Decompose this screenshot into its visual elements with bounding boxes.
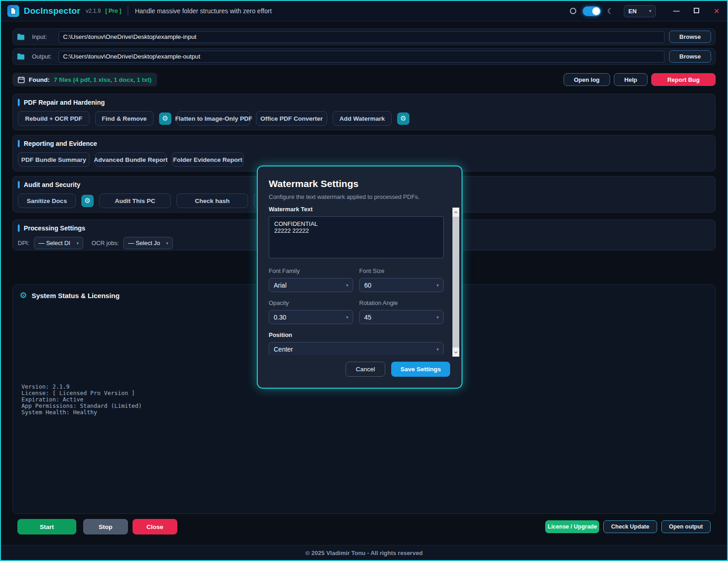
scroll-down-icon[interactable] (452, 347, 459, 357)
font-size-select[interactable]: 60 ▾ (359, 278, 444, 292)
license-status-text: Version: 2.1.9 License: [ Licensed Pro V… (21, 384, 142, 416)
input-label: Input: (32, 33, 54, 40)
footer: © 2025 Vladimir Tonu - All rights reserv… (1, 545, 727, 560)
chevron-down-icon: ▾ (436, 347, 439, 352)
browse-input-button[interactable]: Browse (669, 31, 711, 43)
stop-button[interactable]: Stop (83, 519, 128, 534)
chevron-down-icon: ▾ (77, 241, 79, 246)
ocr-jobs-select[interactable]: — Select Jo ▾ (123, 237, 173, 249)
quick-actions: Open log Help Report Bug (563, 73, 716, 86)
position-select[interactable]: Center ▾ (269, 342, 444, 355)
scrollbar-thumb[interactable] (452, 217, 459, 347)
position-label: Position (269, 331, 448, 338)
office-pdf-converter-button[interactable]: Office PDF Converter (256, 111, 327, 126)
font-size-value: 60 (364, 282, 372, 289)
folder-icon (17, 53, 25, 60)
ocr-jobs-value: — Select Jo (128, 240, 160, 246)
report-bug-button[interactable]: Report Bug (651, 73, 716, 86)
rotation-angle-label: Rotation Angle (359, 299, 444, 306)
chevron-down-icon: ▾ (436, 315, 439, 320)
sanitize-settings-button[interactable]: ⚙ (81, 195, 94, 207)
font-size-label: Font Size (359, 267, 444, 274)
check-hash-button[interactable]: Check hash (176, 193, 248, 208)
add-watermark-button[interactable]: Add Watermark (333, 111, 392, 126)
dpi-value: — Select DI (38, 240, 70, 246)
watermark-settings-button[interactable]: ⚙ (397, 112, 409, 125)
font-family-select[interactable]: Arial ▾ (269, 278, 353, 292)
dpi-select[interactable]: — Select DI ▾ (34, 237, 83, 249)
bottom-actions-right: License / Upgrade Check Update Open outp… (545, 520, 711, 533)
clipboard-icon (18, 76, 25, 83)
opacity-rotation-row: Opacity 0.30 ▾ Rotation Angle 45 ▾ (269, 299, 448, 324)
input-path-field[interactable]: C:\Users\tonuv\OneDrive\Desktop\example-… (58, 31, 664, 43)
found-value: 7 files (4 pdf, 1 xlsx, 1 docx, 1 txt) (54, 76, 152, 83)
license-upgrade-button[interactable]: License / Upgrade (545, 520, 599, 533)
bottom-actions: Start Stop Close License / Upgrade Check… (17, 519, 711, 534)
help-button[interactable]: Help (614, 73, 648, 86)
position-group: Position Center ▾ (269, 331, 448, 355)
gear-icon: ⚙ (85, 197, 90, 205)
chevron-down-icon: ▾ (166, 241, 169, 246)
section-header: PDF Repair and Hardening (18, 99, 710, 106)
rotation-group: Rotation Angle 45 ▾ (359, 299, 444, 324)
folder-evidence-report-button[interactable]: Folder Evidence Report (172, 152, 244, 167)
moon-icon: ☾ (607, 7, 614, 16)
output-path-value: C:\Users\tonuv\OneDrive\Desktop\example-… (63, 53, 200, 60)
find-remove-button[interactable]: Find & Remove (95, 111, 154, 126)
close-window-button[interactable]: ✕ (712, 7, 721, 16)
watermark-text-input[interactable]: CONFIDENTIAL 22222 22222 (269, 216, 444, 258)
output-label: Output: (32, 53, 54, 60)
opacity-select[interactable]: 0.30 ▾ (269, 310, 353, 324)
language-select[interactable]: EN ▾ (624, 5, 656, 17)
section-title: Reporting and Evidence (24, 140, 97, 147)
app-logo-icon (7, 5, 19, 17)
pdf-bundle-summary-button[interactable]: PDF Bundle Summary (18, 152, 90, 167)
rebuild-ocr-pdf-button[interactable]: Rebuild + OCR PDF (18, 111, 90, 126)
dpi-label: DPI: (18, 240, 29, 246)
close-button[interactable]: Close (133, 519, 177, 534)
titlebar-controls: ☾ EN ▾ — ✕ (570, 5, 721, 17)
language-value: EN (628, 8, 637, 15)
section-title: Audit and Security (24, 181, 80, 188)
title-bar: DocInspector v2.1.9 [ Pro ] Handle massi… (1, 1, 727, 21)
browse-output-button[interactable]: Browse (669, 50, 711, 63)
rotation-angle-select[interactable]: 45 ▾ (359, 310, 444, 324)
advanced-bundle-report-button[interactable]: Advanced Bundle Report (95, 152, 166, 167)
app-title: DocInspector (24, 6, 80, 16)
open-log-button[interactable]: Open log (563, 73, 610, 86)
found-row: Found: 7 files (4 pdf, 1 xlsx, 1 docx, 1… (12, 73, 716, 86)
window-controls: — ✕ (672, 7, 721, 16)
check-update-button[interactable]: Check Update (603, 520, 657, 533)
open-output-button[interactable]: Open output (661, 520, 711, 533)
titlebar-divider (128, 6, 128, 16)
output-path-row: Output: C:\Users\tonuv\OneDrive\Desktop\… (12, 48, 716, 65)
opacity-label: Opacity (269, 299, 353, 306)
start-button[interactable]: Start (17, 519, 76, 534)
flatten-image-pdf-button[interactable]: Flatten to Image-Only PDF (177, 111, 250, 126)
scroll-up-icon[interactable] (452, 208, 459, 217)
maximize-button[interactable] (692, 7, 701, 15)
sanitize-docs-button[interactable]: Sanitize Docs (18, 193, 76, 208)
folder-icon (17, 33, 25, 40)
cancel-button[interactable]: Cancel (345, 362, 385, 377)
gear-icon: ⚙ (20, 290, 27, 300)
gear-icon: ⚙ (162, 114, 168, 123)
gear-icon: ⚙ (400, 114, 406, 123)
find-remove-settings-button[interactable]: ⚙ (159, 112, 171, 125)
font-row: Font Family Arial ▾ Font Size 60 ▾ (269, 267, 448, 292)
input-path-value: C:\Users\tonuv\OneDrive\Desktop\example-… (63, 33, 197, 40)
watermark-settings-modal: Watermark Settings Configure the text wa… (257, 166, 462, 389)
watermark-text-label: Watermark Text (269, 206, 448, 213)
modal-scrollbar[interactable] (452, 208, 459, 357)
minimize-button[interactable]: — (672, 7, 680, 15)
input-path-row: Input: C:\Users\tonuv\OneDrive\Desktop\e… (12, 28, 716, 45)
output-path-field[interactable]: C:\Users\tonuv\OneDrive\Desktop\example-… (58, 51, 664, 63)
opacity-group: Opacity 0.30 ▾ (269, 299, 353, 324)
section-pdf-repair: PDF Repair and Hardening Rebuild + OCR P… (12, 94, 716, 130)
modal-subtitle: Configure the text watermark applied to … (269, 193, 451, 200)
theme-toggle[interactable] (583, 6, 601, 16)
audit-this-pc-button[interactable]: Audit This PC (99, 193, 171, 208)
accent-bar (18, 99, 20, 106)
save-settings-button[interactable]: Save Settings (391, 362, 450, 377)
font-size-group: Font Size 60 ▾ (359, 267, 444, 292)
